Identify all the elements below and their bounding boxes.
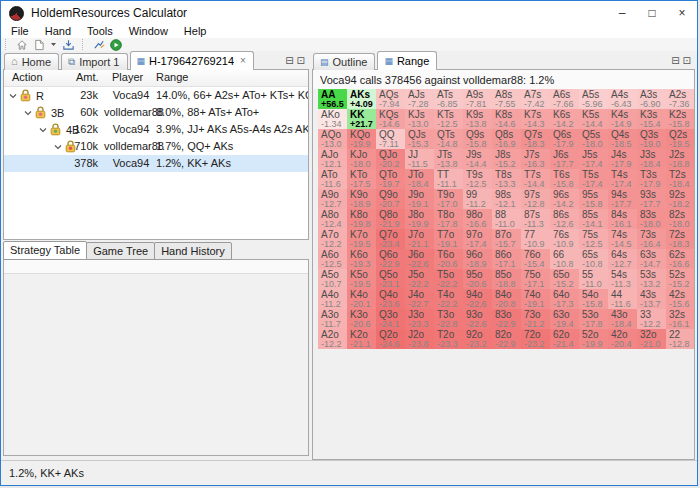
range-cell-42o[interactable]: 42o-20.4 [608, 329, 637, 349]
range-cell-54o[interactable]: 54o-15.8 [579, 289, 608, 309]
run-button[interactable] [110, 38, 122, 51]
range-cell-A5o[interactable]: A5o-10.7 [318, 269, 347, 289]
range-cell-43s[interactable]: 43s-13.7 [637, 289, 666, 309]
range-cell-A2o[interactable]: A2o-12.2 [318, 329, 347, 349]
range-cell-43o[interactable]: 43o-18.4 [608, 309, 637, 329]
range-cell-A5s[interactable]: A5s-5.96 [579, 89, 608, 109]
range-cell-84s[interactable]: 84s-16.1 [608, 209, 637, 229]
range-cell-82o[interactable]: 82o-22.9 [492, 329, 521, 349]
maximize-view-button[interactable]: ⊡ [683, 56, 691, 66]
range-cell-AKo[interactable]: AKo-1.34 [318, 109, 347, 129]
range-cell-T5o[interactable]: T5o-22.2 [434, 269, 463, 289]
range-cell-95s[interactable]: 95s-15.8 [579, 189, 608, 209]
range-cell-K5s[interactable]: K5s-14.4 [579, 109, 608, 129]
range-cell-J2o[interactable]: J2o-23.8 [405, 329, 434, 349]
editor-tab-home[interactable]: ⌂Home [4, 53, 59, 70]
range-cell-88[interactable]: 88-11.0 [492, 209, 521, 229]
range-cell-K7o[interactable]: K7o-19.5 [347, 229, 376, 249]
range-cell-97s[interactable]: 97s-12.8 [521, 189, 550, 209]
range-cell-KQo[interactable]: KQo-19.9 [347, 129, 376, 149]
range-cell-94s[interactable]: 94s-17.7 [608, 189, 637, 209]
range-cell-JTs[interactable]: JTs-13.8 [434, 149, 463, 169]
range-cell-J9s[interactable]: J9s-14.4 [463, 149, 492, 169]
range-cell-A3o[interactable]: A3o-11.7 [318, 309, 347, 329]
range-cell-ATo[interactable]: ATo-11.6 [318, 169, 347, 189]
range-cell-84o[interactable]: 84o-20.8 [492, 289, 521, 309]
range-cell-J6s[interactable]: J6s-17.7 [550, 149, 579, 169]
range-cell-J4o[interactable]: J4o-22.7 [405, 289, 434, 309]
range-cell-63s[interactable]: 63s-14.7 [637, 249, 666, 269]
range-cell-Q9o[interactable]: Q9o-20.7 [376, 189, 405, 209]
range-cell-J4s[interactable]: J4s-17.9 [608, 149, 637, 169]
column-header-player[interactable]: Player [112, 71, 143, 83]
range-cell-A4o[interactable]: A4o-11.2 [318, 289, 347, 309]
menu-hand[interactable]: Hand [37, 25, 79, 38]
range-cell-J8o[interactable]: J8o-19.9 [405, 209, 434, 229]
range-cell-63o[interactable]: 63o-19.4 [550, 309, 579, 329]
range-cell-J5s[interactable]: J5s-17.4 [579, 149, 608, 169]
range-cell-A2s[interactable]: A2s-7.36 [666, 89, 695, 109]
range-cell-Q3o[interactable]: Q3o-24.1 [376, 309, 405, 329]
range-cell-82s[interactable]: 82s-18.0 [666, 209, 695, 229]
range-cell-JTo[interactable]: JTo-18.4 [405, 169, 434, 189]
range-cell-Q7s[interactable]: Q7s-18.3 [521, 129, 550, 149]
range-cell-T4s[interactable]: T4s-17.4 [608, 169, 637, 189]
range-cell-K2o[interactable]: K2o-21.1 [347, 329, 376, 349]
tree-row[interactable]: 4B162kVoca943.9%, JJ+ AKs A5s-A4s A2s AK… [4, 121, 308, 138]
range-cell-QTo[interactable]: QTo-19.7 [376, 169, 405, 189]
range-cell-74s[interactable]: 74s-14.5 [608, 229, 637, 249]
range-cell-K4s[interactable]: K4s-14.9 [608, 109, 637, 129]
range-cell-A6s[interactable]: A6s-7.66 [550, 89, 579, 109]
range-cell-85s[interactable]: 85s-14.1 [579, 209, 608, 229]
range-cell-A4s[interactable]: A4s-6.43 [608, 89, 637, 109]
range-cell-92s[interactable]: 92s-18.2 [666, 189, 695, 209]
editor-tab-h-179642769214[interactable]: ▦H-179642769214× [130, 51, 254, 70]
range-cell-72o[interactable]: 72o-23.2 [521, 329, 550, 349]
range-cell-QJo[interactable]: QJo-20.2 [376, 149, 405, 169]
range-cell-K4o[interactable]: K4o-20.1 [347, 289, 376, 309]
column-header-range[interactable]: Range [156, 71, 188, 83]
home-button[interactable] [16, 38, 28, 51]
range-cell-T9o[interactable]: T9o-17.0 [434, 189, 463, 209]
range-cell-75s[interactable]: 75s-12.5 [579, 229, 608, 249]
range-cell-T8o[interactable]: T8o-17.8 [434, 209, 463, 229]
range-cell-T6o[interactable]: T6o-20.6 [434, 249, 463, 269]
range-cell-T2o[interactable]: T2o-23.3 [434, 329, 463, 349]
range-cell-73o[interactable]: 73o-21.2 [521, 309, 550, 329]
range-cell-76s[interactable]: 76s-10.9 [550, 229, 579, 249]
range-cell-Q2o[interactable]: Q2o-24.6 [376, 329, 405, 349]
view-tab-outline[interactable]: ▤Outline [313, 53, 375, 70]
range-cell-K6s[interactable]: K6s-14.2 [550, 109, 579, 129]
range-cell-73s[interactable]: 73s-16.4 [637, 229, 666, 249]
range-cell-55[interactable]: 55-11.0 [579, 269, 608, 289]
range-cell-KTo[interactable]: KTo-17.5 [347, 169, 376, 189]
range-cell-Q2s[interactable]: Q2s-19.5 [666, 129, 695, 149]
range-cell-J9o[interactable]: J9o-19.1 [405, 189, 434, 209]
range-cell-T3o[interactable]: T3o-22.8 [434, 309, 463, 329]
range-cell-32o[interactable]: 32o-21.0 [637, 329, 666, 349]
range-cell-53s[interactable]: 53s-13.2 [637, 269, 666, 289]
range-cell-65o[interactable]: 65o-15.2 [550, 269, 579, 289]
import-hands-button[interactable] [62, 38, 75, 51]
range-cell-97o[interactable]: 97o-17.4 [463, 229, 492, 249]
range-cell-QQ[interactable]: QQ-7.11 [376, 129, 405, 149]
range-cell-K7s[interactable]: K7s-14.3 [521, 109, 550, 129]
range-cell-K5o[interactable]: K5o-19.5 [347, 269, 376, 289]
expander-chevron-icon[interactable] [24, 109, 32, 117]
range-cell-AKs[interactable]: AKs+4.09 [347, 89, 376, 109]
range-cell-J8s[interactable]: J8s-15.2 [492, 149, 521, 169]
range-cell-76o[interactable]: 76o-15.4 [521, 249, 550, 269]
range-cell-TT[interactable]: TT-11.1 [434, 169, 463, 189]
range-cell-K8o[interactable]: K8o-19.8 [347, 209, 376, 229]
bottom-tab-hand-history[interactable]: Hand History [154, 242, 232, 260]
range-cell-J5o[interactable]: J5o-22.2 [405, 269, 434, 289]
range-cell-Q8s[interactable]: Q8s-16.9 [492, 129, 521, 149]
range-cell-T7o[interactable]: T7o-19.1 [434, 229, 463, 249]
range-cell-77[interactable]: 77-10.9 [521, 229, 550, 249]
range-cell-T6s[interactable]: T6s-15.8 [550, 169, 579, 189]
range-cell-33[interactable]: 33-12.2 [637, 309, 666, 329]
range-cell-64s[interactable]: 64s-12.7 [608, 249, 637, 269]
range-cell-A7o[interactable]: A7o-12.2 [318, 229, 347, 249]
range-cell-Q3s[interactable]: Q3s-19.0 [637, 129, 666, 149]
lock-icon[interactable] [35, 106, 46, 119]
